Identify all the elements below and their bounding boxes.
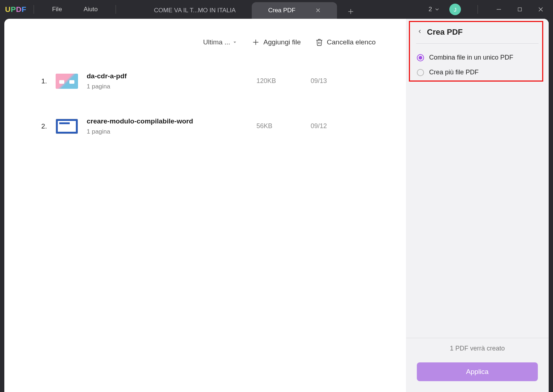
tab-document-1[interactable]: COME VA IL T...MO IN ITALIA bbox=[138, 2, 252, 19]
window-count-dropdown[interactable]: 2 bbox=[429, 6, 440, 13]
radio-label: Combina file in un unico PDF bbox=[429, 54, 513, 61]
add-file-label: Aggiungi file bbox=[263, 38, 301, 46]
file-size: 56KB bbox=[256, 122, 311, 130]
file-size: 120KB bbox=[256, 77, 311, 85]
file-name: da-cdr-a-pdf bbox=[87, 72, 256, 80]
window-controls-group: 2 J bbox=[429, 2, 553, 17]
file-toolbar: Ultima ... Aggiungi file Cancella elenco bbox=[22, 30, 390, 55]
option-combine-single-pdf[interactable]: Combina file in un unico PDF bbox=[406, 50, 549, 65]
radio-label: Crea più file PDF bbox=[429, 69, 479, 76]
clear-list-label: Cancella elenco bbox=[327, 38, 376, 46]
file-index: 1. bbox=[33, 77, 47, 85]
plus-icon bbox=[252, 38, 260, 46]
file-pages: 1 pagina bbox=[87, 83, 256, 90]
status-text: 1 PDF verrà creato bbox=[406, 338, 549, 362]
side-panel-footer: 1 PDF verrà creato Applica bbox=[406, 338, 549, 392]
option-create-multiple-pdf[interactable]: Crea più file PDF bbox=[406, 65, 549, 80]
new-tab-button[interactable] bbox=[344, 4, 358, 19]
tab-label: Crea PDF bbox=[268, 7, 295, 14]
main-area: Ultima ... Aggiungi file Cancella elenco… bbox=[4, 19, 549, 392]
file-date: 09/12 bbox=[311, 122, 376, 130]
tab-crea-pdf[interactable]: Crea PDF ✕ bbox=[252, 2, 337, 19]
sort-dropdown[interactable]: Ultima ... bbox=[203, 38, 237, 46]
file-index: 2. bbox=[33, 122, 47, 130]
minimize-button[interactable] bbox=[492, 2, 506, 17]
file-list: 1. da-cdr-a-pdf 1 pagina 120KB 09/13 2. … bbox=[22, 55, 390, 149]
add-file-button[interactable]: Aggiungi file bbox=[252, 38, 301, 46]
divider bbox=[416, 43, 539, 44]
radio-selected-icon bbox=[417, 54, 424, 61]
menu-file[interactable]: File bbox=[41, 6, 73, 13]
file-row[interactable]: 1. da-cdr-a-pdf 1 pagina 120KB 09/13 bbox=[33, 58, 376, 104]
file-row[interactable]: 2. creare-modulo-compilabile-word 1 pagi… bbox=[33, 104, 376, 149]
titlebar: UPDF File Aiuto COME VA IL T...MO IN ITA… bbox=[0, 0, 553, 19]
tab-label: COME VA IL T...MO IN ITALIA bbox=[154, 7, 236, 14]
chevron-down-icon bbox=[434, 6, 440, 12]
file-thumbnail bbox=[56, 74, 78, 89]
sort-label: Ultima ... bbox=[203, 38, 230, 46]
divider bbox=[478, 5, 478, 14]
clear-list-button[interactable]: Cancella elenco bbox=[315, 38, 376, 46]
chevron-down-icon bbox=[232, 40, 237, 45]
file-thumbnail bbox=[56, 119, 78, 134]
file-panel: Ultima ... Aggiungi file Cancella elenco… bbox=[4, 19, 406, 392]
side-panel-header: Crea PDF bbox=[406, 19, 549, 43]
back-button[interactable] bbox=[417, 29, 423, 36]
trash-icon bbox=[315, 38, 323, 46]
close-icon[interactable]: ✕ bbox=[315, 6, 321, 14]
file-pages: 1 pagina bbox=[87, 128, 256, 135]
file-info: creare-modulo-compilabile-word 1 pagina bbox=[87, 117, 256, 135]
divider bbox=[34, 5, 34, 14]
maximize-button[interactable] bbox=[513, 2, 527, 17]
menu-help[interactable]: Aiuto bbox=[73, 6, 109, 13]
window-count-value: 2 bbox=[429, 6, 432, 13]
app-logo: UPDF bbox=[5, 5, 26, 14]
file-date: 09/13 bbox=[311, 77, 376, 85]
side-panel: Crea PDF Combina file in un unico PDF Cr… bbox=[406, 19, 549, 392]
file-name: creare-modulo-compilabile-word bbox=[87, 117, 256, 125]
divider bbox=[116, 5, 116, 14]
radio-unselected-icon bbox=[417, 69, 424, 76]
close-window-button[interactable] bbox=[533, 2, 548, 17]
file-info: da-cdr-a-pdf 1 pagina bbox=[87, 72, 256, 90]
tab-strip: COME VA IL T...MO IN ITALIA Crea PDF ✕ bbox=[138, 0, 428, 19]
avatar[interactable]: J bbox=[449, 4, 461, 15]
apply-button[interactable]: Applica bbox=[417, 362, 538, 381]
svg-marker-6 bbox=[234, 42, 236, 43]
side-panel-title: Crea PDF bbox=[427, 27, 463, 37]
chevron-left-icon bbox=[417, 29, 423, 34]
svg-rect-3 bbox=[518, 8, 521, 11]
